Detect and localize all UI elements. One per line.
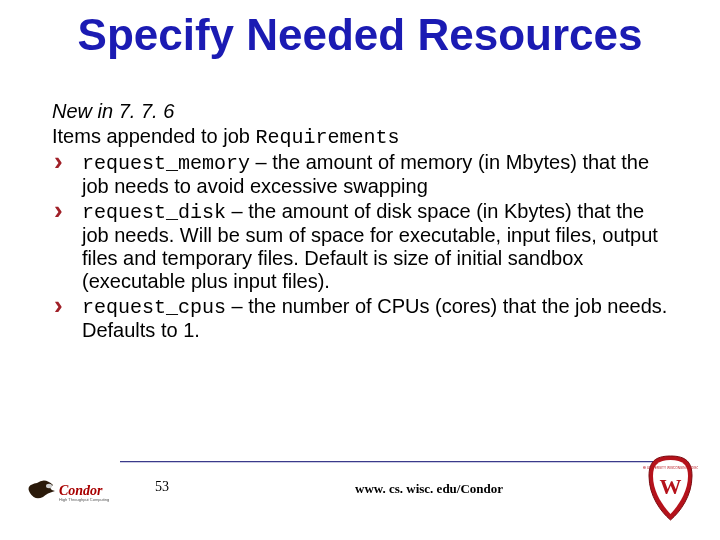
wisconsin-logo-text: THE UNIVERSITY WISCONSIN MADISON bbox=[643, 466, 698, 470]
bullet-mono: request_cpus bbox=[82, 296, 226, 319]
intro-line: Items appended to job Requirements bbox=[52, 125, 668, 149]
list-item: request_disk – the amount of disk space … bbox=[52, 200, 668, 293]
condor-logo-text: Condor bbox=[59, 483, 103, 498]
wisconsin-logo: W THE UNIVERSITY WISCONSIN MADISON bbox=[643, 454, 698, 522]
condor-logo: Condor High Throughput Computing bbox=[25, 475, 120, 510]
list-item: request_cpus – the number of CPUs (cores… bbox=[52, 295, 668, 342]
footer-divider bbox=[120, 461, 660, 462]
svg-point-0 bbox=[46, 484, 52, 488]
condor-logo-tag: High Throughput Computing bbox=[59, 497, 109, 502]
footer-url: www. cs. wisc. edu/Condor bbox=[355, 481, 503, 497]
list-item: request_memory – the amount of memory (i… bbox=[52, 151, 668, 198]
bullet-mono: request_memory bbox=[82, 152, 250, 175]
bullet-list: request_memory – the amount of memory (i… bbox=[52, 151, 668, 342]
page-number: 53 bbox=[155, 479, 169, 495]
intro-prefix: Items appended to job bbox=[52, 125, 255, 147]
svg-text:W: W bbox=[660, 474, 682, 499]
slide-title: Specify Needed Resources bbox=[0, 10, 720, 60]
slide: Specify Needed Resources New in 7. 7. 6 … bbox=[0, 0, 720, 540]
new-in-line: New in 7. 7. 6 bbox=[52, 100, 668, 123]
slide-body: New in 7. 7. 6 Items appended to job Req… bbox=[52, 100, 668, 344]
bullet-mono: request_disk bbox=[82, 201, 226, 224]
intro-mono: Requirements bbox=[255, 126, 399, 149]
